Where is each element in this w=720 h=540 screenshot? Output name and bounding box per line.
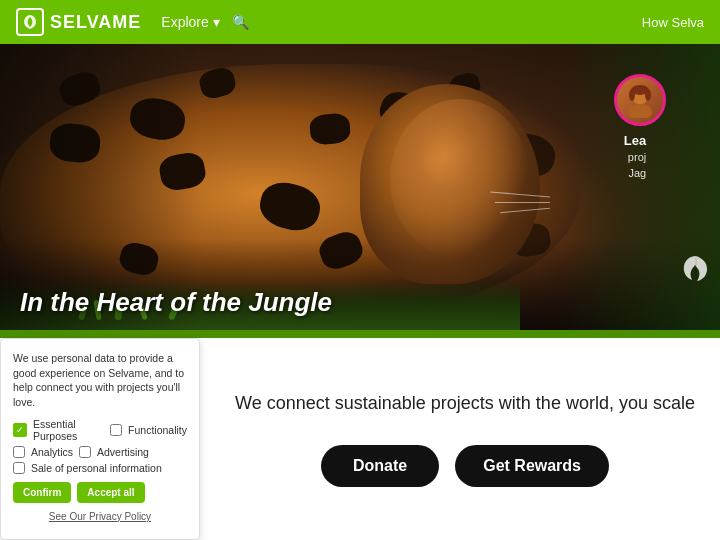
navbar: SELVAME Explore ▾ 🔍 How Selva xyxy=(0,0,720,44)
privacy-policy-link[interactable]: See Our Privacy Policy xyxy=(13,511,187,522)
rewards-button[interactable]: Get Rewards xyxy=(455,445,609,487)
search-icon: 🔍 xyxy=(232,14,249,30)
cookie-message: We use personal data to provide a good e… xyxy=(13,351,187,410)
cookie-buttons: Confirm Accept all xyxy=(13,482,187,503)
sale-label: Sale of personal information xyxy=(31,462,162,474)
explore-menu[interactable]: Explore ▾ xyxy=(161,14,219,30)
explore-label: Explore xyxy=(161,14,208,30)
main-content: We use personal data to provide a good e… xyxy=(0,338,720,540)
essential-checkbox[interactable]: ✓ xyxy=(13,423,27,437)
right-content: We connect sustainable projects with the… xyxy=(210,338,720,540)
svg-point-4 xyxy=(629,89,635,101)
analytics-label: Analytics xyxy=(31,446,73,458)
sale-checkbox[interactable] xyxy=(13,462,25,474)
hero-person-info: Lea proj Jag xyxy=(624,132,656,181)
logo[interactable]: SELVAME xyxy=(16,8,141,36)
hero-title: In the Heart of the Jungle xyxy=(20,287,332,318)
analytics-row: Analytics Advertising xyxy=(13,446,187,458)
accept-all-button[interactable]: Accept all xyxy=(77,482,144,503)
svg-point-1 xyxy=(628,104,652,118)
svg-point-5 xyxy=(645,89,651,101)
action-buttons: Donate Get Rewards xyxy=(321,445,609,487)
functionality-label: Functionality xyxy=(128,424,187,436)
essential-row: ✓ Essential Purposes Functionality xyxy=(13,418,187,442)
cookie-consent-panel: We use personal data to provide a good e… xyxy=(0,338,200,540)
advertising-checkbox[interactable] xyxy=(79,446,91,458)
cookie-options: ✓ Essential Purposes Functionality Analy… xyxy=(13,418,187,474)
advertising-label: Advertising xyxy=(97,446,149,458)
tagline: We connect sustainable projects with the… xyxy=(235,391,695,416)
search-button[interactable]: 🔍 xyxy=(232,14,249,30)
donate-button[interactable]: Donate xyxy=(321,445,439,487)
functionality-checkbox[interactable] xyxy=(110,424,122,436)
hero-info-panel: Lea proj Jag xyxy=(560,44,720,338)
leaf-icon xyxy=(680,252,712,288)
analytics-checkbox[interactable] xyxy=(13,446,25,458)
chevron-down-icon: ▾ xyxy=(213,14,220,30)
how-link[interactable]: How Selva xyxy=(642,15,704,30)
logo-text: SELVAME xyxy=(50,12,141,33)
avatar xyxy=(614,74,666,126)
hero-section: In the Heart of the Jungle Lea proj Jag xyxy=(0,44,720,338)
essential-label: Essential Purposes xyxy=(33,418,104,442)
logo-icon xyxy=(16,8,44,36)
sale-row: Sale of personal information xyxy=(13,462,187,474)
confirm-button[interactable]: Confirm xyxy=(13,482,71,503)
hero-green-strip xyxy=(0,330,720,338)
